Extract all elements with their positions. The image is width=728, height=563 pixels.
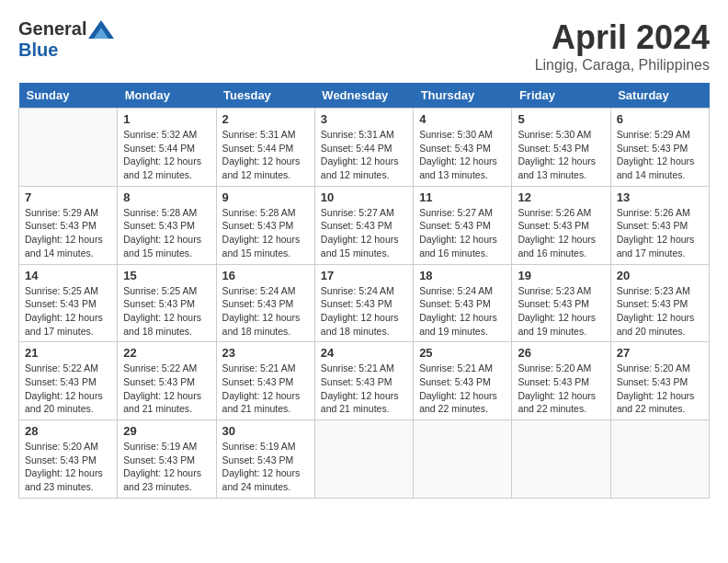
calendar-cell: 23Sunrise: 5:21 AMSunset: 5:43 PMDayligh… <box>216 342 314 420</box>
calendar-cell: 22Sunrise: 5:22 AMSunset: 5:43 PMDayligh… <box>118 342 216 420</box>
day-info: Sunrise: 5:22 AMSunset: 5:43 PMDaylight:… <box>123 362 210 416</box>
calendar-table: SundayMondayTuesdayWednesdayThursdayFrid… <box>18 83 710 499</box>
day-number: 14 <box>25 269 111 282</box>
day-info: Sunrise: 5:22 AMSunset: 5:43 PMDaylight:… <box>25 362 111 416</box>
day-number: 19 <box>518 269 604 282</box>
day-info: Sunrise: 5:20 AMSunset: 5:43 PMDaylight:… <box>518 362 604 416</box>
calendar-week-row: 14Sunrise: 5:25 AMSunset: 5:43 PMDayligh… <box>19 264 710 342</box>
calendar-cell: 17Sunrise: 5:24 AMSunset: 5:43 PMDayligh… <box>314 264 413 342</box>
day-info: Sunrise: 5:32 AMSunset: 5:44 PMDaylight:… <box>123 128 210 182</box>
day-info: Sunrise: 5:27 AMSunset: 5:43 PMDaylight:… <box>419 206 506 260</box>
day-info: Sunrise: 5:31 AMSunset: 5:44 PMDaylight:… <box>222 128 309 182</box>
calendar-cell: 7Sunrise: 5:29 AMSunset: 5:43 PMDaylight… <box>19 186 118 264</box>
day-number: 30 <box>222 424 309 438</box>
calendar-week-row: 1Sunrise: 5:32 AMSunset: 5:44 PMDaylight… <box>19 109 710 187</box>
calendar-cell <box>610 420 709 499</box>
day-number: 21 <box>25 346 111 360</box>
calendar-cell: 6Sunrise: 5:29 AMSunset: 5:43 PMDaylight… <box>610 109 709 187</box>
calendar-cell: 21Sunrise: 5:22 AMSunset: 5:43 PMDayligh… <box>19 342 118 420</box>
calendar-cell: 5Sunrise: 5:30 AMSunset: 5:43 PMDaylight… <box>512 109 610 187</box>
logo-icon <box>88 20 114 39</box>
calendar-week-row: 28Sunrise: 5:20 AMSunset: 5:43 PMDayligh… <box>19 420 710 499</box>
logo-general-text: General <box>18 18 86 40</box>
calendar-header-row: SundayMondayTuesdayWednesdayThursdayFrid… <box>19 83 710 109</box>
day-info: Sunrise: 5:28 AMSunset: 5:43 PMDaylight:… <box>123 206 210 260</box>
day-info: Sunrise: 5:19 AMSunset: 5:43 PMDaylight:… <box>222 440 309 494</box>
day-info: Sunrise: 5:26 AMSunset: 5:43 PMDaylight:… <box>518 206 604 260</box>
day-number: 18 <box>419 269 506 282</box>
calendar-cell: 30Sunrise: 5:19 AMSunset: 5:43 PMDayligh… <box>216 420 314 499</box>
page-header: General Blue April 2024 Lingig, Caraga, … <box>18 18 710 74</box>
day-info: Sunrise: 5:27 AMSunset: 5:43 PMDaylight:… <box>321 206 407 260</box>
day-number: 28 <box>25 424 111 438</box>
day-info: Sunrise: 5:24 AMSunset: 5:43 PMDaylight:… <box>419 284 506 339</box>
logo: General Blue <box>18 18 114 61</box>
calendar-cell: 27Sunrise: 5:20 AMSunset: 5:43 PMDayligh… <box>610 342 709 420</box>
location-text: Lingig, Caraga, Philippines <box>535 57 710 74</box>
calendar-day-header: Saturday <box>610 83 709 109</box>
day-number: 8 <box>123 190 210 204</box>
calendar-cell <box>19 109 118 187</box>
calendar-cell: 26Sunrise: 5:20 AMSunset: 5:43 PMDayligh… <box>512 342 610 420</box>
day-number: 26 <box>518 346 604 360</box>
day-number: 17 <box>321 269 407 282</box>
day-number: 12 <box>518 190 604 204</box>
day-number: 1 <box>123 112 210 126</box>
calendar-cell <box>314 420 413 499</box>
day-info: Sunrise: 5:31 AMSunset: 5:44 PMDaylight:… <box>321 128 407 182</box>
calendar-cell: 19Sunrise: 5:23 AMSunset: 5:43 PMDayligh… <box>512 264 610 342</box>
day-info: Sunrise: 5:29 AMSunset: 5:43 PMDaylight:… <box>25 206 111 260</box>
day-number: 22 <box>123 346 210 360</box>
day-info: Sunrise: 5:21 AMSunset: 5:43 PMDaylight:… <box>321 362 407 416</box>
day-number: 7 <box>25 190 111 204</box>
calendar-cell: 18Sunrise: 5:24 AMSunset: 5:43 PMDayligh… <box>414 264 512 342</box>
calendar-cell: 3Sunrise: 5:31 AMSunset: 5:44 PMDaylight… <box>314 109 413 187</box>
calendar-day-header: Friday <box>512 83 610 109</box>
day-info: Sunrise: 5:20 AMSunset: 5:43 PMDaylight:… <box>617 362 703 416</box>
calendar-cell: 11Sunrise: 5:27 AMSunset: 5:43 PMDayligh… <box>414 186 512 264</box>
calendar-cell: 8Sunrise: 5:28 AMSunset: 5:43 PMDaylight… <box>118 186 216 264</box>
day-number: 25 <box>419 346 506 360</box>
day-number: 3 <box>321 112 407 126</box>
calendar-cell: 29Sunrise: 5:19 AMSunset: 5:43 PMDayligh… <box>118 420 216 499</box>
calendar-day-header: Tuesday <box>216 83 314 109</box>
day-number: 27 <box>617 346 703 360</box>
day-number: 9 <box>222 190 309 204</box>
month-title: April 2024 <box>535 18 710 57</box>
calendar-cell <box>414 420 512 499</box>
calendar-cell: 24Sunrise: 5:21 AMSunset: 5:43 PMDayligh… <box>314 342 413 420</box>
calendar-day-header: Wednesday <box>314 83 413 109</box>
day-info: Sunrise: 5:26 AMSunset: 5:43 PMDaylight:… <box>617 206 703 260</box>
day-number: 23 <box>222 346 309 360</box>
day-number: 6 <box>617 112 703 126</box>
calendar-cell: 12Sunrise: 5:26 AMSunset: 5:43 PMDayligh… <box>512 186 610 264</box>
day-number: 11 <box>419 190 506 204</box>
calendar-cell: 28Sunrise: 5:20 AMSunset: 5:43 PMDayligh… <box>19 420 118 499</box>
day-number: 16 <box>222 269 309 282</box>
calendar-cell: 9Sunrise: 5:28 AMSunset: 5:43 PMDaylight… <box>216 186 314 264</box>
calendar-cell: 10Sunrise: 5:27 AMSunset: 5:43 PMDayligh… <box>314 186 413 264</box>
calendar-cell: 16Sunrise: 5:24 AMSunset: 5:43 PMDayligh… <box>216 264 314 342</box>
day-info: Sunrise: 5:30 AMSunset: 5:43 PMDaylight:… <box>419 128 506 182</box>
day-info: Sunrise: 5:29 AMSunset: 5:43 PMDaylight:… <box>617 128 703 182</box>
day-info: Sunrise: 5:21 AMSunset: 5:43 PMDaylight:… <box>419 362 506 416</box>
calendar-cell: 4Sunrise: 5:30 AMSunset: 5:43 PMDaylight… <box>414 109 512 187</box>
day-info: Sunrise: 5:23 AMSunset: 5:43 PMDaylight:… <box>617 284 703 339</box>
day-number: 13 <box>617 190 703 204</box>
calendar-week-row: 7Sunrise: 5:29 AMSunset: 5:43 PMDaylight… <box>19 186 710 264</box>
calendar-cell: 14Sunrise: 5:25 AMSunset: 5:43 PMDayligh… <box>19 264 118 342</box>
calendar-day-header: Sunday <box>19 83 118 109</box>
calendar-cell: 15Sunrise: 5:25 AMSunset: 5:43 PMDayligh… <box>118 264 216 342</box>
day-info: Sunrise: 5:28 AMSunset: 5:43 PMDaylight:… <box>222 206 309 260</box>
calendar-cell: 1Sunrise: 5:32 AMSunset: 5:44 PMDaylight… <box>118 109 216 187</box>
day-info: Sunrise: 5:19 AMSunset: 5:43 PMDaylight:… <box>123 440 210 494</box>
calendar-cell: 20Sunrise: 5:23 AMSunset: 5:43 PMDayligh… <box>610 264 709 342</box>
calendar-cell: 25Sunrise: 5:21 AMSunset: 5:43 PMDayligh… <box>414 342 512 420</box>
day-info: Sunrise: 5:23 AMSunset: 5:43 PMDaylight:… <box>518 284 604 339</box>
calendar-day-header: Thursday <box>414 83 512 109</box>
day-number: 24 <box>321 346 407 360</box>
day-number: 5 <box>518 112 604 126</box>
day-info: Sunrise: 5:20 AMSunset: 5:43 PMDaylight:… <box>25 440 111 494</box>
day-info: Sunrise: 5:24 AMSunset: 5:43 PMDaylight:… <box>222 284 309 339</box>
day-info: Sunrise: 5:25 AMSunset: 5:43 PMDaylight:… <box>123 284 210 339</box>
